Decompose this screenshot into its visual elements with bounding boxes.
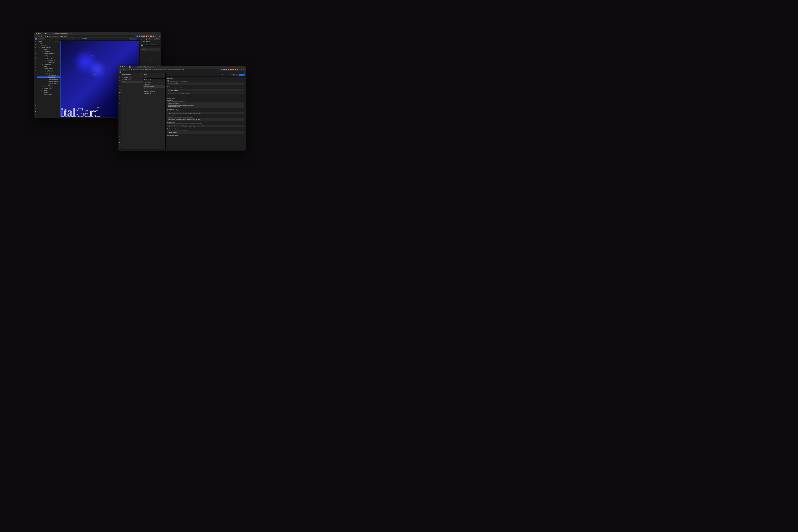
- navigator-item[interactable]: ▾☐swiper-wrapper: [37, 67, 60, 69]
- new-tab-button[interactable]: +: [155, 66, 156, 68]
- extension-icon[interactable]: [146, 36, 147, 37]
- chevron-down-icon[interactable]: ⌄: [159, 33, 160, 34]
- browser-tab[interactable]: ▰ Webflow - Digital Garden ×: [137, 66, 154, 68]
- tab-interactions[interactable]: Interactions: [150, 43, 156, 45]
- style-selector-input[interactable]: None: [141, 48, 160, 51]
- collapse-icon[interactable]: ⇱: [56, 41, 57, 42]
- extension-icon[interactable]: [136, 36, 138, 37]
- forward-icon[interactable]: →: [122, 69, 124, 71]
- home-icon[interactable]: ⌂: [241, 69, 242, 71]
- navigator-item[interactable]: H☐Heading 1%: [37, 92, 60, 93]
- variables-icon[interactable]: ⊡: [119, 86, 120, 87]
- styles-icon[interactable]: ◔: [35, 55, 36, 57]
- add-item-icon[interactable]: ⊕: [163, 74, 164, 75]
- components-icon[interactable]: ◫: [35, 50, 36, 51]
- save-button[interactable]: Save ⌄: [239, 74, 245, 76]
- navigator-item[interactable]: ▾☐Home container: [37, 46, 60, 49]
- video-preview-input[interactable]: https://abru-1.b-cdn.net/dg-001/re_groce…: [167, 112, 244, 114]
- help-icon[interactable]: ?: [35, 108, 36, 110]
- users-icon[interactable]: ◇: [35, 61, 36, 63]
- menu-icon[interactable]: ≡: [243, 69, 244, 71]
- overflow-icon[interactable]: »: [155, 35, 156, 37]
- overflow-icon[interactable]: »: [240, 69, 240, 71]
- apps-icon[interactable]: ⊞: [35, 70, 36, 72]
- close-panel-icon[interactable]: ×: [244, 72, 245, 73]
- extension-icon[interactable]: [237, 69, 239, 70]
- extension-icon[interactable]: [232, 69, 234, 70]
- extension-icon[interactable]: [144, 36, 145, 37]
- variables-icon[interactable]: ⊡: [35, 52, 36, 54]
- back-icon[interactable]: ←: [120, 69, 121, 71]
- home-icon[interactable]: ⌂: [157, 35, 158, 37]
- audit-icon[interactable]: ◉: [146, 38, 147, 40]
- close-traffic-light[interactable]: [120, 66, 121, 67]
- cms-item[interactable]: re:grocery • welcome: [143, 90, 166, 92]
- navigator-icon[interactable]: ⊞: [119, 80, 120, 81]
- chevron-down-icon[interactable]: ⌄: [243, 66, 244, 68]
- extension-icon[interactable]: [150, 36, 152, 37]
- sidebar-icon[interactable]: ◧: [45, 33, 47, 35]
- extension-icon[interactable]: [139, 36, 140, 37]
- logic-icon[interactable]: ⧈: [35, 67, 36, 69]
- audit-rail-icon[interactable]: ◎: [119, 145, 120, 146]
- navigator-item[interactable]: ☐☐video-cover: [37, 73, 60, 75]
- slug-input[interactable]: re-grocery-produce: [167, 89, 244, 92]
- description-textarea[interactable]: Voluptatibus ut delectus.Omnis perspicia…: [167, 102, 244, 108]
- styles-icon[interactable]: ◔: [119, 89, 120, 90]
- ecommerce-icon[interactable]: ⬡: [35, 64, 36, 66]
- browser-tab[interactable]: ▰ Webflow - Digital Garden ×: [53, 33, 70, 35]
- settings-gear-icon[interactable]: ⚙: [119, 136, 120, 138]
- extension-icon[interactable]: [141, 36, 142, 37]
- search-icon[interactable]: ⌕: [35, 117, 36, 118]
- cms-item[interactable]: Night and Day: [143, 92, 166, 95]
- navigator-item[interactable]: ▸☐preloader: [37, 45, 60, 46]
- reload-icon[interactable]: ⟳: [41, 35, 42, 37]
- add-collection-icon[interactable]: ⊕: [141, 74, 142, 75]
- navigator-item[interactable]: ▾☐Navbar: [37, 49, 60, 50]
- navigator-item[interactable]: ☐☐video-background: [37, 71, 60, 73]
- logic-icon[interactable]: ⧈: [119, 100, 120, 102]
- navigator-item[interactable]: T☐webflow-page-url+ %: [37, 82, 60, 84]
- extension-icon[interactable]: [221, 69, 222, 70]
- webflow-logo[interactable]: W: [35, 38, 37, 40]
- navigator-item[interactable]: ☐☐swiper-pagination: [37, 86, 60, 88]
- share-button[interactable]: Share: [148, 38, 153, 40]
- extension-icon[interactable]: [153, 36, 154, 37]
- star-icon[interactable]: ☆: [133, 36, 134, 37]
- cms-item[interactable]: Test Project 5: [143, 83, 166, 86]
- video-icon[interactable]: ▶: [35, 111, 36, 112]
- search-icon[interactable]: ⌕: [119, 148, 120, 149]
- minimize-traffic-light[interactable]: [38, 33, 39, 34]
- bp-mobile-landscape-icon[interactable]: ▭: [75, 38, 77, 40]
- cms-item[interactable]: Grand Park • Our LA Voices: [143, 88, 166, 90]
- minimize-traffic-light[interactable]: [122, 66, 123, 67]
- service1-input[interactable]: Creative Direction: [167, 131, 244, 134]
- bp-desktop-icon[interactable]: ▭: [69, 38, 72, 40]
- navigator-icon[interactable]: ⊞: [35, 46, 36, 48]
- cms-icon[interactable]: ⊟: [119, 92, 120, 93]
- extension-icon[interactable]: [223, 69, 225, 70]
- apps-icon[interactable]: ⊞: [119, 103, 120, 105]
- navigator-item[interactable]: ☐☐Empty State: [37, 61, 60, 63]
- navigator-item[interactable]: ▾☐about%: [37, 54, 60, 56]
- navigator-item[interactable]: ▸☐social-links: [37, 63, 60, 65]
- extension-icon[interactable]: [235, 69, 236, 70]
- mode-dropdown[interactable]: Designing ⌄: [130, 38, 137, 40]
- back-arrow-icon[interactable]: ←: [167, 74, 168, 75]
- url-field[interactable]: ⛨ 🔒 https://dg-001.design.webflow.com ☆: [43, 35, 135, 37]
- collection-item[interactable]: ☐Footers1 item: [121, 76, 143, 78]
- components-icon[interactable]: ◫: [119, 83, 120, 84]
- navigator-item[interactable]: T☐webflow-video-url+ %: [37, 80, 60, 82]
- navigator-item[interactable]: ☐☐Div Block: [37, 50, 60, 52]
- navigator-item[interactable]: ▸☐Work Container: [37, 93, 60, 95]
- navigator-item[interactable]: ▸☐Collection List: [37, 60, 60, 61]
- publish-button[interactable]: Publish ⌄: [154, 38, 160, 40]
- navigator-item[interactable]: ☐☐about-background%: [37, 52, 60, 54]
- navigator-item[interactable]: ▾☐swiper-slide+ %: [37, 69, 60, 71]
- url-field[interactable]: ⛨ 🔒 https://dg-001.design.webflow.com/?p…: [128, 69, 220, 71]
- cancel-button[interactable]: Cancel: [232, 74, 238, 76]
- bp-tablet-icon[interactable]: ▯: [72, 38, 74, 40]
- back-icon[interactable]: ←: [36, 35, 37, 37]
- code-icon[interactable]: </>: [140, 38, 143, 40]
- poster-input[interactable]: https://abru-1.b-cdn.net/dg-001/re_groce…: [167, 125, 244, 127]
